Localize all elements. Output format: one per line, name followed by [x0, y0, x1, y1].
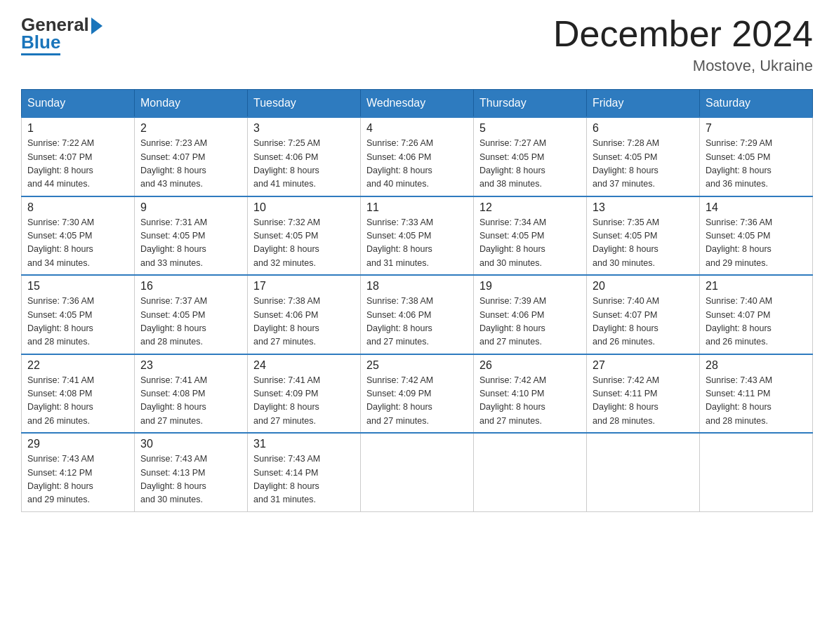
calendar-cell: 19Sunrise: 7:39 AMSunset: 4:06 PMDayligh… [474, 275, 587, 354]
weekday-header-saturday: Saturday [700, 90, 813, 118]
day-number: 2 [140, 122, 241, 135]
calendar-cell: 22Sunrise: 7:41 AMSunset: 4:08 PMDayligh… [22, 354, 135, 434]
day-number: 8 [27, 201, 128, 214]
month-title: December 2024 [553, 14, 813, 54]
day-number: 16 [140, 280, 241, 293]
calendar-cell: 11Sunrise: 7:33 AMSunset: 4:05 PMDayligh… [361, 196, 474, 276]
calendar-cell: 1Sunrise: 7:22 AMSunset: 4:07 PMDaylight… [22, 117, 135, 196]
day-info: Sunrise: 7:37 AMSunset: 4:05 PMDaylight:… [140, 295, 241, 349]
calendar-cell: 10Sunrise: 7:32 AMSunset: 4:05 PMDayligh… [248, 196, 361, 276]
calendar-cell: 5Sunrise: 7:27 AMSunset: 4:05 PMDaylight… [474, 117, 587, 196]
day-info: Sunrise: 7:29 AMSunset: 4:05 PMDaylight:… [706, 137, 807, 192]
day-info: Sunrise: 7:41 AMSunset: 4:09 PMDaylight:… [253, 374, 355, 429]
calendar-cell: 18Sunrise: 7:38 AMSunset: 4:06 PMDayligh… [361, 275, 474, 354]
day-number: 17 [253, 280, 355, 293]
day-number: 19 [479, 280, 581, 293]
calendar-cell: 21Sunrise: 7:40 AMSunset: 4:07 PMDayligh… [700, 275, 813, 354]
week-row-2: 8Sunrise: 7:30 AMSunset: 4:05 PMDaylight… [22, 196, 813, 276]
day-number: 3 [253, 122, 355, 135]
day-info: Sunrise: 7:43 AMSunset: 4:11 PMDaylight:… [706, 374, 807, 429]
logo: GeneralBlue [21, 14, 102, 53]
day-number: 31 [253, 438, 355, 450]
week-row-5: 29Sunrise: 7:43 AMSunset: 4:12 PMDayligh… [22, 433, 813, 511]
day-number: 15 [27, 280, 128, 293]
day-info: Sunrise: 7:43 AMSunset: 4:13 PMDaylight:… [140, 452, 241, 507]
calendar-cell [587, 433, 700, 511]
calendar-cell: 15Sunrise: 7:36 AMSunset: 4:05 PMDayligh… [22, 275, 135, 354]
week-row-4: 22Sunrise: 7:41 AMSunset: 4:08 PMDayligh… [22, 354, 813, 434]
day-info: Sunrise: 7:42 AMSunset: 4:09 PMDaylight:… [366, 374, 468, 429]
weekday-header-thursday: Thursday [474, 90, 587, 118]
calendar-cell: 29Sunrise: 7:43 AMSunset: 4:12 PMDayligh… [22, 433, 135, 511]
day-number: 14 [706, 201, 807, 214]
day-number: 6 [593, 122, 694, 135]
calendar-cell [700, 433, 813, 511]
calendar-cell: 8Sunrise: 7:30 AMSunset: 4:05 PMDaylight… [22, 196, 135, 276]
day-info: Sunrise: 7:43 AMSunset: 4:12 PMDaylight:… [27, 452, 128, 507]
day-number: 4 [366, 122, 468, 135]
week-row-3: 15Sunrise: 7:36 AMSunset: 4:05 PMDayligh… [22, 275, 813, 354]
day-number: 20 [593, 280, 694, 293]
day-info: Sunrise: 7:26 AMSunset: 4:06 PMDaylight:… [366, 137, 468, 192]
calendar-cell: 6Sunrise: 7:28 AMSunset: 4:05 PMDaylight… [587, 117, 700, 196]
logo-blue-text: Blue [21, 32, 60, 55]
day-number: 30 [140, 438, 241, 450]
day-info: Sunrise: 7:23 AMSunset: 4:07 PMDaylight:… [140, 137, 241, 192]
day-number: 11 [366, 201, 468, 214]
day-info: Sunrise: 7:39 AMSunset: 4:06 PMDaylight:… [479, 295, 581, 349]
day-number: 5 [479, 122, 581, 135]
day-info: Sunrise: 7:38 AMSunset: 4:06 PMDaylight:… [366, 295, 468, 349]
calendar-cell: 31Sunrise: 7:43 AMSunset: 4:14 PMDayligh… [248, 433, 361, 511]
day-number: 28 [706, 359, 807, 372]
day-number: 27 [593, 359, 694, 372]
day-number: 18 [366, 280, 468, 293]
day-info: Sunrise: 7:42 AMSunset: 4:10 PMDaylight:… [479, 374, 581, 429]
day-info: Sunrise: 7:38 AMSunset: 4:06 PMDaylight:… [253, 295, 355, 349]
calendar-cell [474, 433, 587, 511]
week-row-1: 1Sunrise: 7:22 AMSunset: 4:07 PMDaylight… [22, 117, 813, 196]
day-info: Sunrise: 7:40 AMSunset: 4:07 PMDaylight:… [706, 295, 807, 349]
weekday-header-row: SundayMondayTuesdayWednesdayThursdayFrid… [22, 90, 813, 118]
day-number: 23 [140, 359, 241, 372]
calendar-cell: 13Sunrise: 7:35 AMSunset: 4:05 PMDayligh… [587, 196, 700, 276]
calendar-cell: 23Sunrise: 7:41 AMSunset: 4:08 PMDayligh… [135, 354, 248, 434]
calendar-cell: 14Sunrise: 7:36 AMSunset: 4:05 PMDayligh… [700, 196, 813, 276]
day-number: 7 [706, 122, 807, 135]
day-info: Sunrise: 7:30 AMSunset: 4:05 PMDaylight:… [27, 216, 128, 271]
day-info: Sunrise: 7:25 AMSunset: 4:06 PMDaylight:… [253, 137, 355, 192]
calendar-cell: 16Sunrise: 7:37 AMSunset: 4:05 PMDayligh… [135, 275, 248, 354]
day-number: 10 [253, 201, 355, 214]
calendar-cell: 12Sunrise: 7:34 AMSunset: 4:05 PMDayligh… [474, 196, 587, 276]
logo-triangle-icon [91, 18, 102, 34]
calendar-cell: 24Sunrise: 7:41 AMSunset: 4:09 PMDayligh… [248, 354, 361, 434]
day-number: 13 [593, 201, 694, 214]
weekday-header-monday: Monday [135, 90, 248, 118]
day-info: Sunrise: 7:42 AMSunset: 4:11 PMDaylight:… [593, 374, 694, 429]
calendar-cell: 28Sunrise: 7:43 AMSunset: 4:11 PMDayligh… [700, 354, 813, 434]
weekday-header-tuesday: Tuesday [248, 90, 361, 118]
calendar-table: SundayMondayTuesdayWednesdayThursdayFrid… [21, 89, 813, 512]
day-info: Sunrise: 7:35 AMSunset: 4:05 PMDaylight:… [593, 216, 694, 271]
day-number: 26 [479, 359, 581, 372]
day-number: 12 [479, 201, 581, 214]
day-number: 21 [706, 280, 807, 293]
day-number: 1 [27, 122, 128, 135]
weekday-header-sunday: Sunday [22, 90, 135, 118]
calendar-cell: 20Sunrise: 7:40 AMSunset: 4:07 PMDayligh… [587, 275, 700, 354]
day-info: Sunrise: 7:33 AMSunset: 4:05 PMDaylight:… [366, 216, 468, 271]
day-number: 22 [27, 359, 128, 372]
calendar-cell: 7Sunrise: 7:29 AMSunset: 4:05 PMDaylight… [700, 117, 813, 196]
day-info: Sunrise: 7:34 AMSunset: 4:05 PMDaylight:… [479, 216, 581, 271]
day-info: Sunrise: 7:41 AMSunset: 4:08 PMDaylight:… [140, 374, 241, 429]
day-info: Sunrise: 7:22 AMSunset: 4:07 PMDaylight:… [27, 137, 128, 192]
calendar-cell: 27Sunrise: 7:42 AMSunset: 4:11 PMDayligh… [587, 354, 700, 434]
calendar-cell: 9Sunrise: 7:31 AMSunset: 4:05 PMDaylight… [135, 196, 248, 276]
title-section: December 2024 Mostove, Ukraine [553, 14, 813, 75]
day-number: 9 [140, 201, 241, 214]
day-number: 25 [366, 359, 468, 372]
day-info: Sunrise: 7:31 AMSunset: 4:05 PMDaylight:… [140, 216, 241, 271]
calendar-cell: 30Sunrise: 7:43 AMSunset: 4:13 PMDayligh… [135, 433, 248, 511]
day-info: Sunrise: 7:40 AMSunset: 4:07 PMDaylight:… [593, 295, 694, 349]
weekday-header-friday: Friday [587, 90, 700, 118]
day-number: 29 [27, 438, 128, 450]
